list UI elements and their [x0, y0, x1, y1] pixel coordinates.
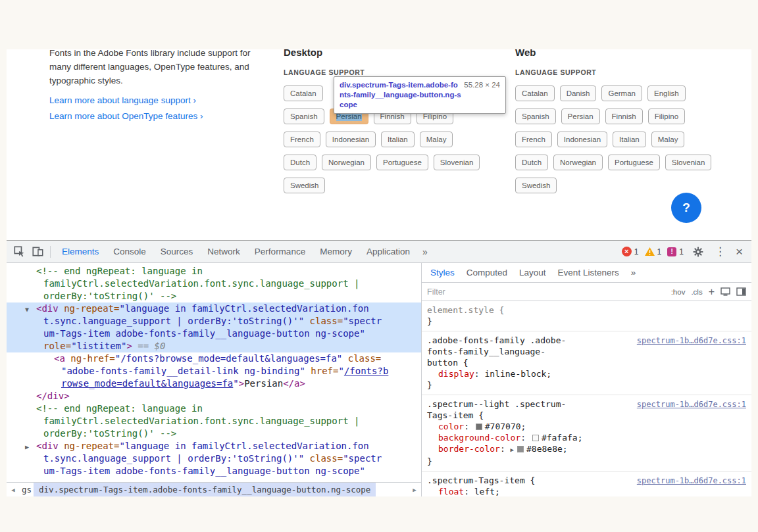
more-panels-button[interactable]: » — [418, 247, 432, 257]
dom-node-line[interactable]: <!-- end ngRepeat: language in — [7, 265, 421, 278]
dom-node-line[interactable]: familyCtrl.selectedVariation.font.sync.l… — [7, 278, 421, 290]
expand-border-color-icon[interactable]: ▶ — [511, 447, 514, 453]
twisty-icon[interactable]: ▼ — [25, 303, 29, 316]
code-token: <!-- end ngRepeat: language in — [36, 266, 203, 276]
devtools-tab-performance[interactable]: Performance — [247, 241, 313, 262]
breadcrumb-selected-crumb[interactable]: div.spectrum-Tags-item.adobe-fonts-famil… — [34, 483, 376, 496]
kebab-menu-icon[interactable]: ⋮ — [713, 241, 728, 263]
language-tag[interactable]: Persian — [561, 109, 600, 124]
styles-tab-event-listeners[interactable]: Event Listeners — [552, 268, 625, 278]
opentype-features-link[interactable]: Learn more about OpenType features › — [49, 109, 276, 124]
new-style-rule-button[interactable]: + — [709, 283, 715, 301]
color-swatch[interactable] — [517, 446, 524, 452]
language-tag[interactable]: Spanish — [515, 109, 556, 124]
css-property[interactable]: float: left; — [427, 486, 746, 496]
breadcrumb-scroll-right-icon[interactable]: ▶ — [408, 487, 421, 493]
language-tag[interactable]: Italian — [613, 132, 646, 147]
language-tag[interactable]: Indonesian — [326, 132, 376, 147]
devtools-tab-sources[interactable]: Sources — [153, 241, 201, 262]
css-property[interactable]: border-color: ▶#8e8e8e; — [427, 443, 746, 456]
language-tag[interactable]: German — [601, 85, 642, 101]
element-classes-button[interactable]: .cls — [691, 288, 702, 296]
dom-node-line[interactable]: um-Tags-item adobe-fonts-family__languag… — [7, 327, 421, 340]
css-property[interactable]: background-color: #fafafa; — [427, 432, 746, 443]
tooltip-selector: div.spectrum-Tags-item.adobe-fo — [340, 80, 458, 90]
language-tag[interactable]: Malay — [651, 132, 685, 147]
language-tag[interactable]: Slovenian — [434, 155, 480, 170]
dom-node-line[interactable]: familyCtrl.selectedVariation.font.sync.l… — [7, 415, 421, 427]
dom-node-line[interactable]: rowse_mode=default&languages=fa">Persian… — [7, 377, 421, 390]
language-tag[interactable]: Filipino — [648, 109, 685, 124]
rule-selector[interactable]: button { — [427, 357, 746, 368]
stylesheet-source-link[interactable]: spectrum-1b…d6d7e.css:1 — [637, 475, 746, 487]
devtools-tab-elements[interactable]: Elements — [55, 241, 106, 262]
twisty-icon[interactable]: ▶ — [25, 441, 29, 453]
toggle-element-state-button[interactable]: :hov — [671, 288, 686, 296]
rule-selector[interactable]: Tags-item { — [427, 410, 746, 421]
css-property[interactable]: color: #707070; — [427, 421, 746, 432]
breadcrumb-partial-crumb[interactable]: gs — [20, 485, 34, 495]
warning-count-badge[interactable]: 1 — [645, 247, 662, 256]
language-tag[interactable]: French — [284, 132, 320, 147]
inspect-element-icon[interactable] — [11, 243, 28, 260]
language-tag[interactable]: Italian — [381, 132, 415, 147]
language-tag[interactable]: Portuguese — [608, 155, 660, 170]
devtools-tab-network[interactable]: Network — [200, 241, 247, 262]
dom-node-line[interactable]: <!-- end ngRepeat: language in — [7, 402, 421, 415]
stylesheet-source-link[interactable]: spectrum-1b…d6d7e.css:1 — [637, 399, 746, 410]
computed-sidebar-toggle-icon[interactable] — [736, 287, 746, 296]
error-count-badge[interactable]: × 1 — [622, 247, 639, 256]
breadcrumb-scroll-left-icon[interactable]: ◀ — [7, 487, 20, 493]
language-tag[interactable]: Slovenian — [665, 155, 712, 170]
language-tag[interactable]: Catalan — [515, 85, 555, 101]
dom-node-line[interactable]: t.sync.language_support | orderBy:'toStr… — [7, 315, 421, 327]
dom-node-line[interactable]: orderBy:'toString()' --> — [7, 427, 421, 440]
dom-node-line[interactable]: t.sync.language_support | orderBy:'toStr… — [7, 452, 421, 465]
language-tag[interactable]: Malay — [420, 132, 453, 147]
language-tag[interactable]: Norwegian — [553, 155, 603, 170]
close-devtools-icon[interactable]: × — [734, 241, 745, 263]
language-tag[interactable]: Spanish — [284, 109, 324, 124]
styles-tab-layout[interactable]: Layout — [513, 268, 552, 278]
dom-node-line[interactable]: ▶<div ng-repeat="language in familyCtrl.… — [7, 440, 421, 452]
styles-tab-styles[interactable]: Styles — [424, 268, 461, 278]
language-tag[interactable]: Danish — [560, 85, 597, 101]
dom-node-line[interactable]: </div> — [7, 390, 421, 402]
dom-node-line[interactable]: role="listitem"> == $0 — [7, 340, 421, 352]
color-swatch[interactable] — [476, 423, 482, 430]
language-support-link[interactable]: Learn more about language support › — [49, 93, 276, 109]
language-tag[interactable]: Dutch — [284, 155, 316, 170]
stylesheet-source-link[interactable]: spectrum-1b…d6d7e.css:1 — [637, 335, 746, 347]
language-tag[interactable]: Catalan — [284, 85, 323, 101]
dom-node-line[interactable]: "adobe-fonts-family__detail-link ng-bind… — [7, 365, 421, 377]
language-tag[interactable]: French — [515, 132, 552, 147]
devtools-tab-application[interactable]: Application — [359, 241, 417, 262]
css-property[interactable]: display: inline-block; — [427, 368, 746, 379]
settings-gear-icon[interactable] — [690, 243, 707, 260]
styles-filter-input[interactable] — [427, 287, 665, 297]
language-tag[interactable]: Finnish — [605, 109, 643, 124]
language-tag[interactable]: Norwegian — [322, 155, 371, 170]
rule-selector[interactable]: element.style { — [427, 304, 746, 316]
rendering-emulations-icon[interactable] — [720, 287, 730, 296]
code-token: "spectr — [343, 453, 382, 464]
language-tag[interactable]: Swedish — [284, 178, 325, 193]
styles-more-tabs-button[interactable]: » — [625, 268, 642, 278]
language-tag[interactable]: Portuguese — [376, 155, 428, 170]
devtools-tab-memory[interactable]: Memory — [313, 241, 359, 262]
dom-node-line[interactable]: orderBy:'toString()' --> — [7, 290, 421, 302]
styles-tab-computed[interactable]: Computed — [461, 268, 513, 278]
devtools-tab-console[interactable]: Console — [106, 241, 153, 262]
dom-node-line[interactable]: ▼<div ng-repeat="language in familyCtrl.… — [7, 302, 421, 315]
color-swatch[interactable] — [532, 435, 539, 441]
dom-node-line[interactable]: um-Tags-item adobe-fonts-family__languag… — [7, 465, 421, 477]
language-tag[interactable]: Indonesian — [557, 132, 607, 147]
language-tag[interactable]: Dutch — [515, 155, 548, 170]
help-button[interactable]: ? — [671, 193, 701, 223]
issues-count-badge[interactable]: ! 1 — [667, 247, 684, 256]
dom-node-line[interactable]: <a ng-href="/fonts?browse_mode=default&l… — [7, 352, 421, 365]
language-tag[interactable]: Swedish — [515, 178, 557, 193]
language-tag[interactable]: English — [647, 85, 686, 101]
toggle-device-toolbar-icon[interactable] — [29, 243, 46, 260]
rule-selector[interactable]: fonts-family__language- — [427, 346, 746, 357]
